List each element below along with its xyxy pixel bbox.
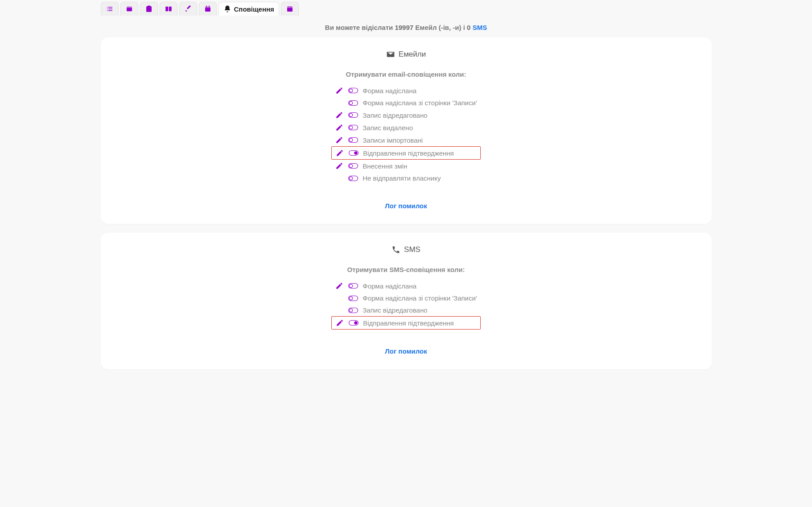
- svg-rect-22: [349, 164, 358, 169]
- emails-option-row: Форма надіслана: [331, 84, 481, 97]
- toggle-icon[interactable]: [348, 307, 358, 313]
- emails-option-label: Форма надіслана зі сторінки 'Записи': [363, 99, 477, 107]
- edit-icon[interactable]: [335, 111, 344, 119]
- svg-point-31: [350, 309, 353, 312]
- emails-option-label: Не відправляти власнику: [363, 174, 441, 182]
- emails-option-row: Запис видалено: [331, 121, 481, 134]
- emails-option-label: Форма надіслана: [363, 87, 416, 95]
- svg-rect-7: [209, 6, 210, 8]
- sms-log-link[interactable]: Лог помилок: [385, 347, 427, 355]
- toggle-icon[interactable]: [348, 87, 358, 94]
- emails-option-label: Запис відредаговано: [363, 111, 427, 119]
- svg-rect-16: [349, 125, 358, 130]
- tab-calendar-icon[interactable]: [199, 2, 217, 16]
- emails-option-label: Записи імпортовані: [363, 136, 423, 144]
- info-prefix: Ви можете відіслати: [325, 24, 393, 31]
- clipboard-icon: [145, 5, 153, 13]
- tab-brush-icon[interactable]: [179, 2, 197, 16]
- svg-rect-2: [165, 7, 168, 12]
- sms-card: SMS Отримувати SMS-сповіщення коли: Форм…: [101, 233, 712, 369]
- envelope-icon: [386, 50, 395, 59]
- svg-point-33: [354, 321, 357, 324]
- sms-option-row: Форма надіслана: [331, 280, 481, 292]
- svg-point-29: [350, 297, 353, 300]
- svg-rect-5: [205, 7, 210, 8]
- svg-rect-28: [349, 296, 358, 301]
- svg-rect-18: [349, 138, 358, 143]
- toggle-icon[interactable]: [349, 320, 359, 326]
- tab-notifications[interactable]: Сповіщення: [218, 2, 279, 16]
- emails-option-label: Внесення змін: [363, 162, 407, 170]
- svg-point-25: [350, 177, 353, 180]
- tab-clipboard-icon[interactable]: [140, 2, 158, 16]
- sms-options: Форма надісланаФорма надіслана зі сторін…: [331, 280, 481, 330]
- emails-option-row: Відправлення підтвердження: [331, 146, 481, 160]
- info-bar: Ви можете відіслати 19997 Емейл (-ів, -и…: [101, 24, 712, 31]
- edit-icon[interactable]: [335, 136, 344, 144]
- emails-options: Форма надісланаФорма надіслана зі сторін…: [331, 84, 481, 184]
- sms-title: SMS: [114, 245, 698, 254]
- toggle-icon[interactable]: [348, 295, 358, 301]
- tab-card-icon[interactable]: [120, 2, 138, 16]
- svg-point-17: [350, 126, 353, 129]
- svg-rect-12: [349, 100, 358, 105]
- edit-icon[interactable]: [335, 162, 344, 170]
- emails-option-row: Внесення змін: [331, 160, 481, 172]
- emails-log-link[interactable]: Лог помилок: [385, 202, 427, 210]
- emails-option-row: Не відправляти власнику: [331, 172, 481, 184]
- svg-rect-9: [287, 6, 293, 8]
- svg-point-23: [350, 164, 353, 167]
- info-sms-count: 0: [467, 24, 470, 31]
- list-icon: [106, 5, 114, 13]
- window-icon: [286, 5, 294, 13]
- sms-option-label: Форма надіслана: [363, 282, 416, 290]
- toggle-icon[interactable]: [348, 175, 358, 181]
- tab-columns-icon[interactable]: [160, 2, 177, 16]
- columns-icon: [165, 5, 173, 13]
- edit-icon[interactable]: [335, 282, 344, 290]
- card-icon: [125, 5, 133, 13]
- emails-subtitle: Отримувати email-сповіщення коли:: [114, 70, 698, 78]
- toggle-icon[interactable]: [349, 150, 359, 156]
- svg-rect-6: [206, 6, 207, 8]
- edit-icon[interactable]: [335, 124, 344, 132]
- svg-rect-26: [349, 284, 358, 289]
- sms-option-label: Відправлення підтвердження: [363, 319, 454, 327]
- brush-icon: [184, 5, 192, 13]
- emails-option-label: Відправлення підтвердження: [363, 149, 454, 157]
- info-sms-link[interactable]: SMS: [473, 24, 487, 31]
- svg-point-11: [350, 89, 353, 92]
- toggle-icon[interactable]: [348, 283, 358, 289]
- toggle-icon[interactable]: [348, 124, 358, 131]
- tabs-bar: Сповіщення: [101, 2, 712, 16]
- svg-rect-10: [349, 88, 358, 93]
- emails-option-label: Запис видалено: [363, 124, 413, 132]
- edit-icon[interactable]: [335, 319, 344, 327]
- emails-card: Емейли Отримувати email-сповіщення коли:…: [101, 37, 712, 224]
- toggle-icon[interactable]: [348, 137, 358, 143]
- svg-rect-3: [169, 7, 171, 12]
- toggle-icon[interactable]: [348, 100, 358, 106]
- svg-rect-1: [127, 7, 132, 8]
- svg-rect-14: [349, 113, 358, 118]
- edit-icon[interactable]: [335, 87, 344, 95]
- svg-rect-24: [349, 176, 358, 181]
- tab-notifications-label: Сповіщення: [234, 5, 274, 13]
- emails-title: Емейли: [114, 50, 698, 59]
- svg-point-13: [350, 101, 353, 104]
- toggle-icon[interactable]: [348, 112, 358, 118]
- svg-point-27: [350, 284, 353, 287]
- toggle-icon[interactable]: [348, 163, 358, 169]
- bell-icon: [223, 5, 231, 13]
- info-email-count: 19997: [395, 24, 413, 31]
- sms-option-row: Форма надіслана зі сторінки 'Записи': [331, 292, 481, 304]
- tab-list-icon[interactable]: [101, 2, 119, 16]
- sms-option-row: Запис відредаговано: [331, 304, 481, 316]
- tab-window-icon[interactable]: [281, 2, 299, 16]
- edit-icon[interactable]: [335, 149, 344, 157]
- emails-title-text: Емейли: [399, 50, 426, 59]
- svg-point-15: [350, 113, 353, 116]
- emails-option-row: Записи імпортовані: [331, 134, 481, 146]
- emails-option-row: Запис відредаговано: [331, 109, 481, 121]
- svg-point-19: [350, 138, 353, 141]
